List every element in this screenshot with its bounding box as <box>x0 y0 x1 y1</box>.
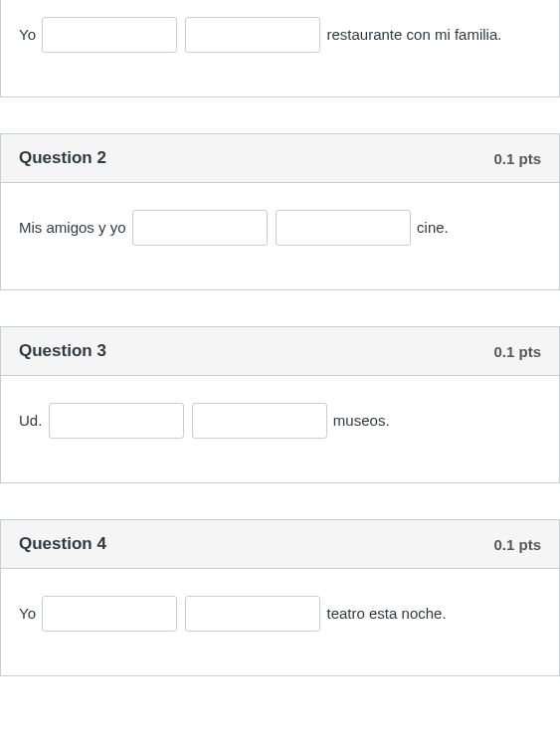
blank-input-2a[interactable] <box>132 210 268 246</box>
question-body: Ud. museos. <box>1 376 559 482</box>
question-points: 0.1 pts <box>493 150 541 167</box>
blank-input-1b[interactable] <box>185 17 320 53</box>
blank-input-3a[interactable] <box>49 403 184 439</box>
question-title: Question 2 <box>19 148 106 168</box>
sentence-before: Yo <box>19 26 36 43</box>
question-body: Yo teatro esta noche. <box>1 569 559 675</box>
blank-input-4a[interactable] <box>42 596 177 632</box>
question-body: Yo restaurante con mi familia. <box>1 0 559 96</box>
blank-input-1a[interactable] <box>42 17 177 53</box>
blank-input-3b[interactable] <box>192 403 327 439</box>
blank-input-2b[interactable] <box>276 210 411 246</box>
sentence-before: Ud. <box>19 412 42 429</box>
question-header: Question 2 0.1 pts <box>1 134 559 183</box>
question-body: Mis amigos y yo cine. <box>1 183 559 289</box>
question-title: Question 4 <box>19 534 106 554</box>
question-title: Question 3 <box>19 341 106 361</box>
question-block-3: Question 3 0.1 pts Ud. museos. <box>0 326 560 483</box>
sentence-before: Mis amigos y yo <box>19 219 126 236</box>
sentence-after: museos. <box>333 412 390 429</box>
sentence-before: Yo <box>19 605 36 622</box>
blank-input-4b[interactable] <box>185 596 320 632</box>
question-block-1: Yo restaurante con mi familia. <box>0 0 560 97</box>
question-block-2: Question 2 0.1 pts Mis amigos y yo cine. <box>0 133 560 290</box>
question-header: Question 4 0.1 pts <box>1 520 559 569</box>
sentence-after: cine. <box>417 219 449 236</box>
sentence-after: restaurante con mi familia. <box>327 26 502 43</box>
question-points: 0.1 pts <box>493 536 541 553</box>
question-header: Question 3 0.1 pts <box>1 327 559 376</box>
question-block-4: Question 4 0.1 pts Yo teatro esta noche. <box>0 519 560 676</box>
question-points: 0.1 pts <box>493 343 541 360</box>
sentence-after: teatro esta noche. <box>327 605 447 622</box>
